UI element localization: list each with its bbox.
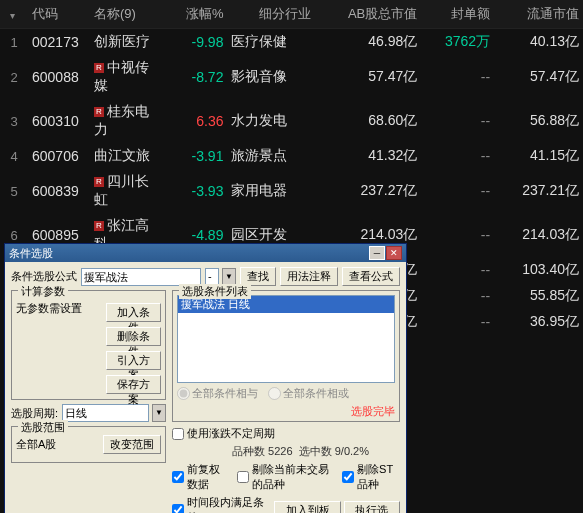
delete-condition-button[interactable]: 删除条件 xyxy=(106,327,161,346)
market-cap: 237.27亿 xyxy=(315,169,421,213)
viewsrc-button[interactable]: 查看公式 xyxy=(342,267,400,286)
change-pct: 6.36 xyxy=(165,99,227,143)
market-cap: 68.60亿 xyxy=(315,99,421,143)
column-header[interactable]: 名称(9) xyxy=(90,0,165,29)
seal-amount: -- xyxy=(421,143,494,169)
timecond-checkbox[interactable] xyxy=(172,504,184,513)
change-pct: -8.72 xyxy=(165,55,227,99)
float-cap: 237.21亿 xyxy=(494,169,583,213)
seal-amount: -- xyxy=(421,169,494,213)
exclst-checkbox[interactable] xyxy=(342,471,354,483)
formula-sub-combo[interactable]: - xyxy=(205,268,219,286)
table-row[interactable]: 4600706曲江文旅-3.91旅游景点41.32亿--41.15亿 xyxy=(0,143,583,169)
seal-amount: -- xyxy=(421,55,494,99)
table-row[interactable]: 1002173创新医疗-9.98医疗保健46.98亿3762万40.13亿 xyxy=(0,29,583,56)
radio-all[interactable]: 全部条件相与 xyxy=(177,386,258,401)
table-row[interactable]: 5600839R四川长虹-3.93家用电器237.27亿--237.21亿 xyxy=(0,169,583,213)
column-header[interactable]: AB股总市值 xyxy=(315,0,421,29)
industry: 旅游景点 xyxy=(227,143,315,169)
industry: 水力发电 xyxy=(227,99,315,143)
formula-combo[interactable]: 援军战法 xyxy=(81,268,201,286)
change-range-button[interactable]: 改变范围 xyxy=(103,435,161,454)
market-cap: 57.47亿 xyxy=(315,55,421,99)
add-block-button[interactable]: 加入到板块 xyxy=(274,501,341,514)
change-pct: -3.91 xyxy=(165,143,227,169)
float-cap: 40.13亿 xyxy=(494,29,583,56)
column-header[interactable]: ▾ xyxy=(0,0,28,29)
stock-name: R中视传媒 xyxy=(90,55,165,99)
float-cap: 56.88亿 xyxy=(494,99,583,143)
stock-code: 600839 xyxy=(28,169,90,213)
float-cap: 214.03亿 xyxy=(494,213,583,257)
column-header[interactable]: 细分行业 xyxy=(227,0,315,29)
range-value: 全部A股 xyxy=(16,437,99,452)
radio-any[interactable]: 全部条件相或 xyxy=(268,386,349,401)
stock-name: R四川长虹 xyxy=(90,169,165,213)
float-cap: 41.15亿 xyxy=(494,143,583,169)
condition-list-fieldset: 选股条件列表 援军战法 日线 全部条件相与 全部条件相或 选股完毕 xyxy=(172,290,400,422)
period-label: 选股周期: xyxy=(11,406,58,421)
formula-label: 条件选股公式 xyxy=(11,269,77,284)
change-pct: -3.93 xyxy=(165,169,227,213)
chevron-down-icon[interactable]: ▼ xyxy=(222,268,236,286)
finish-link[interactable]: 选股完毕 xyxy=(351,405,395,417)
row-index: 2 xyxy=(0,55,28,99)
excl-checkbox[interactable] xyxy=(237,471,249,483)
seal-amount: -- xyxy=(421,309,494,335)
dialog-title: 条件选股 xyxy=(9,246,53,261)
float-cap: 103.40亿 xyxy=(494,257,583,283)
chevron-down-icon[interactable]: ▼ xyxy=(152,404,166,422)
seal-amount: 3762万 xyxy=(421,29,494,56)
fq-checkbox[interactable] xyxy=(172,471,184,483)
stock-name: 曲江文旅 xyxy=(90,143,165,169)
stock-code: 600088 xyxy=(28,55,90,99)
r-flag-icon: R xyxy=(94,177,104,187)
stock-name: 创新医疗 xyxy=(90,29,165,56)
dialog-titlebar[interactable]: 条件选股 ─ ✕ xyxy=(5,244,406,262)
r-flag-icon: R xyxy=(94,107,104,117)
row-index: 1 xyxy=(0,29,28,56)
row-index: 5 xyxy=(0,169,28,213)
table-row[interactable]: 2600088R中视传媒-8.72影视音像57.47亿--57.47亿 xyxy=(0,55,583,99)
params-fieldset: 计算参数 无参数需设置 加入条件 删除条件 引入方案 保存方案 xyxy=(11,290,166,400)
column-header[interactable]: 代码 xyxy=(28,0,90,29)
industry: 影视音像 xyxy=(227,55,315,99)
stock-code: 002173 xyxy=(28,29,90,56)
stock-code: 600706 xyxy=(28,143,90,169)
save-scheme-button[interactable]: 保存方案 xyxy=(106,375,161,394)
industry: 医疗保健 xyxy=(227,29,315,56)
condition-listbox[interactable]: 援军战法 日线 xyxy=(177,295,395,383)
stock-code: 600310 xyxy=(28,99,90,143)
minimize-button[interactable]: ─ xyxy=(369,246,385,260)
seal-amount: -- xyxy=(421,283,494,309)
float-cap: 36.95亿 xyxy=(494,309,583,335)
row-index: 4 xyxy=(0,143,28,169)
seal-amount: -- xyxy=(421,257,494,283)
column-header[interactable]: 涨幅% xyxy=(165,0,227,29)
stock-name: R桂东电力 xyxy=(90,99,165,143)
float-cap: 57.47亿 xyxy=(494,55,583,99)
seal-amount: -- xyxy=(421,99,494,143)
industry: 家用电器 xyxy=(227,169,315,213)
import-scheme-button[interactable]: 引入方案 xyxy=(106,351,161,370)
float-cap: 55.85亿 xyxy=(494,283,583,309)
use-custom-checkbox[interactable] xyxy=(172,428,184,440)
usage-button[interactable]: 用法注释 xyxy=(280,267,338,286)
market-cap: 46.98亿 xyxy=(315,29,421,56)
close-x-button[interactable]: ✕ xyxy=(386,246,402,260)
r-flag-icon: R xyxy=(94,221,104,231)
row-index: 3 xyxy=(0,99,28,143)
column-header[interactable]: 流通市值 xyxy=(494,0,583,29)
table-row[interactable]: 3600310R桂东电力6.36水力发电68.60亿--56.88亿 xyxy=(0,99,583,143)
seal-amount: -- xyxy=(421,213,494,257)
stock-filter-dialog: 条件选股 ─ ✕ 条件选股公式 援军战法 - ▼ 查找 用法注释 查看公式 计算… xyxy=(4,243,407,513)
r-flag-icon: R xyxy=(94,63,104,73)
add-condition-button[interactable]: 加入条件 xyxy=(106,303,161,322)
market-cap: 41.32亿 xyxy=(315,143,421,169)
range-fieldset: 选股范围 全部A股 改变范围 xyxy=(11,426,166,463)
column-header[interactable]: 封单额 xyxy=(421,0,494,29)
change-pct: -9.98 xyxy=(165,29,227,56)
exec-button[interactable]: 执行选股 xyxy=(344,501,400,514)
